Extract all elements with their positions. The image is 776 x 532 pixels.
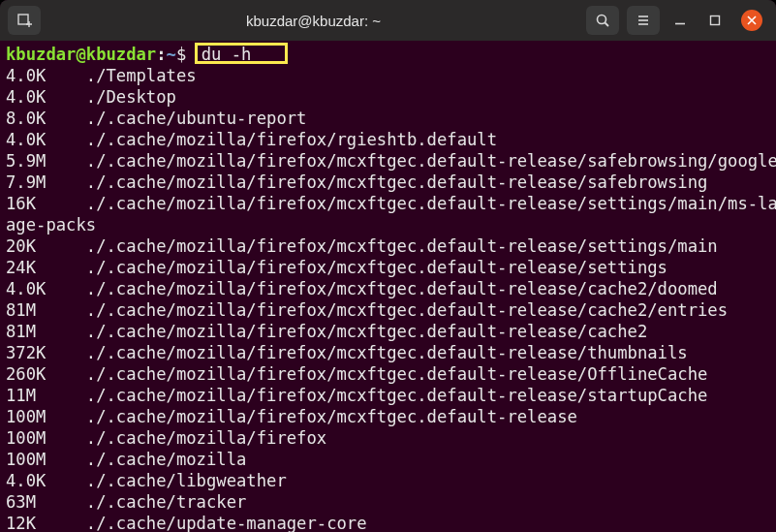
command-highlight: du -h [195,43,289,64]
output-path: ./Desktop [86,87,176,107]
output-path: ./.cache/update-manager-core [86,514,367,532]
output-row: 100M./.cache/mozilla/firefox/mcxftgec.de… [6,406,770,427]
output-path: ./.cache/mozilla/firefox/mcxftgec.defaul… [86,258,667,277]
output-row: 24K./.cache/mozilla/firefox/mcxftgec.def… [6,257,770,278]
output-path: ./.cache/mozilla/firefox/mcxftgec.defaul… [86,279,718,298]
new-tab-icon [16,13,32,28]
output-row: 372K./.cache/mozilla/firefox/mcxftgec.de… [6,342,770,363]
output-path: ./.cache/mozilla/firefox [86,428,326,448]
search-icon [595,13,610,28]
terminal-body[interactable]: kbuzdar@kbuzdar:~$ du -h 4.0K./Templates… [0,41,776,532]
output-size: 4.0K [6,129,86,150]
output-row: 100M./.cache/mozilla/firefox [6,427,770,449]
terminal-window: kbuzdar@kbuzdar: ~ [0,0,776,532]
window-title: kbuzdar@kbuzdar: ~ [48,13,578,29]
output-row: 4.0K./Templates [6,65,770,86]
output-row: 7.9M./.cache/mozilla/firefox/mcxftgec.de… [6,172,770,193]
output-size: 24K [6,257,86,278]
minimize-button[interactable] [671,12,689,29]
output-row: 5.9M./.cache/mozilla/firefox/mcxftgec.de… [6,150,770,172]
output-row: 4.0K./.cache/mozilla/firefox/rgieshtb.de… [6,129,770,150]
output-row: 20K./.cache/mozilla/firefox/mcxftgec.def… [6,235,770,257]
svg-rect-0 [18,15,28,24]
svg-line-4 [605,23,609,27]
output-size: 4.0K [6,65,86,86]
hamburger-icon [636,13,651,28]
output-path: ./.cache/mozilla/firefox/mcxftgec.defaul… [86,322,647,341]
output-row: 12K./.cache/update-manager-core [6,513,770,532]
output-path: ./.cache/mozilla/firefox/rgieshtb.defaul… [86,130,497,149]
window-controls [667,10,768,31]
prompt-symbol: $ [176,45,197,64]
output-size: 372K [6,342,86,363]
output-size: 11M [6,385,86,406]
output-size: 4.0K [6,278,86,299]
output-row: 4.0K./.cache/libgweather [6,470,770,491]
svg-rect-9 [711,16,720,25]
output-row: 8.0K./.cache/ubuntu-report [6,108,770,129]
output-row: 63M./.cache/tracker [6,491,770,513]
output-row: 81M./.cache/mozilla/firefox/mcxftgec.def… [6,299,770,321]
new-tab-button[interactable] [8,6,41,35]
output-path: ./Templates [86,66,197,85]
output-size: 8.0K [6,108,86,129]
output-row: 260K./.cache/mozilla/firefox/mcxftgec.de… [6,363,770,385]
output-size: 4.0K [6,470,86,491]
minimize-icon [674,15,686,26]
prompt-path: ~ [167,45,176,64]
close-icon [747,16,757,25]
output-path: ./.cache/libgweather [86,471,287,490]
output-path: ./.cache/mozilla/firefox/mcxftgec.defaul… [86,343,688,362]
output-row: 100M./.cache/mozilla [6,449,770,470]
output-size: 4.0K [6,86,86,108]
output-size: 63M [6,491,86,513]
output-row: 4.0K./Desktop [6,86,770,108]
output-path: ./.cache/mozilla/firefox/mcxftgec.defaul… [86,172,708,192]
output-path: ./.cache/mozilla/firefox/mcxftgec.defaul… [86,151,776,171]
output-size: 5.9M [6,150,86,172]
maximize-icon [709,15,721,26]
output-row-wrap: age-packs [6,214,770,235]
titlebar: kbuzdar@kbuzdar: ~ [0,0,776,41]
output-size: 100M [6,427,86,449]
output-path: ./.cache/ubuntu-report [86,109,307,128]
output-path: ./.cache/tracker [86,492,247,512]
output-size: 81M [6,321,86,342]
maximize-button[interactable] [706,12,724,29]
prompt-separator: : [156,45,166,64]
output-size: 20K [6,235,86,257]
search-button[interactable] [586,6,619,35]
output-path: ./.cache/mozilla/firefox/mcxftgec.defaul… [86,407,577,426]
output-path: ./.cache/mozilla/firefox/mcxftgec.defaul… [86,300,728,320]
output-size: 260K [6,363,86,385]
output-row: 16K ./.cache/mozilla/firefox/mcxftgec.de… [6,193,770,214]
output-size: 12K [6,513,86,532]
output-row: 11M./.cache/mozilla/firefox/mcxftgec.def… [6,385,770,406]
output-path: ./.cache/mozilla/firefox/mcxftgec.defaul… [86,236,718,256]
output-size: 100M [6,406,86,427]
prompt-user: kbuzdar@kbuzdar [6,45,156,64]
output-size: 100M [6,449,86,470]
output-row: 81M./.cache/mozilla/firefox/mcxftgec.def… [6,321,770,342]
output-path: ./.cache/mozilla [86,450,247,469]
output-path: ./.cache/mozilla/firefox/mcxftgec.defaul… [86,386,708,405]
output-path: ./.cache/mozilla/firefox/mcxftgec.defaul… [86,364,708,384]
prompt-line: kbuzdar@kbuzdar:~$ du -h [6,43,770,65]
menu-button[interactable] [627,6,660,35]
output-row: 4.0K./.cache/mozilla/firefox/mcxftgec.de… [6,278,770,299]
output-size: 81M [6,299,86,321]
svg-point-3 [598,16,606,24]
output-size: 7.9M [6,172,86,193]
close-button[interactable] [741,10,762,31]
